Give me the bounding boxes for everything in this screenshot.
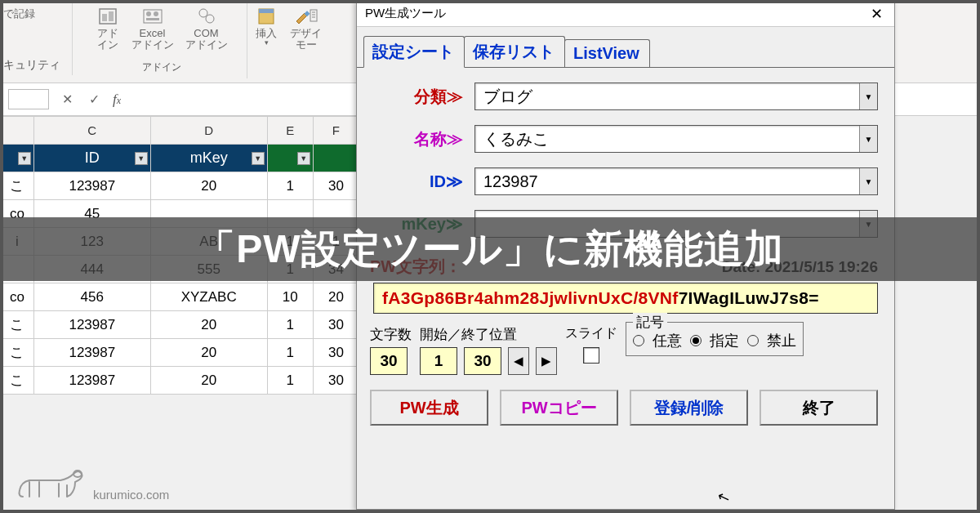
enter-icon[interactable]: ✓ (86, 91, 103, 107)
pw-output-field[interactable]: fA3Gp86Br4ahm28JjwlivnUxC/8VNf7IWagILuwJ… (373, 283, 878, 314)
pos-label: 開始／終了位置 (420, 325, 517, 344)
id-label: ID≫ (396, 172, 463, 191)
name-box[interactable] (8, 89, 49, 109)
register-delete-button[interactable]: 登録/削除 (630, 390, 748, 426)
radio-forbid[interactable] (747, 335, 759, 346)
name-label: 名称≫ (396, 128, 463, 150)
category-combo[interactable]: ブログ ▼ (474, 83, 878, 110)
col-header[interactable]: F (313, 117, 359, 145)
exit-button[interactable]: 終了 (760, 390, 878, 426)
excel-addin-icon (140, 5, 165, 28)
ribbon-security-label: キュリティ (3, 58, 60, 77)
category-label: 分類≫ (396, 86, 463, 108)
svg-rect-3 (144, 10, 162, 23)
end-input[interactable]: 30 (464, 347, 501, 375)
chevron-down-icon[interactable]: ▼ (859, 126, 877, 152)
length-label: 文字数 (370, 325, 412, 344)
table-row: こ12398720130 (1, 172, 359, 200)
close-icon[interactable]: ✕ (866, 5, 888, 23)
insert-icon (254, 5, 278, 28)
svg-point-4 (146, 11, 151, 16)
dog-icon (15, 466, 87, 502)
svg-rect-1 (102, 14, 107, 21)
tab-listview[interactable]: ListView (564, 39, 650, 67)
col-header[interactable]: D (150, 117, 267, 145)
filter-arrow-icon[interactable]: ▼ (252, 152, 265, 165)
filter-arrow-icon[interactable]: ▼ (18, 152, 31, 165)
filter-arrow-icon[interactable]: ▼ (135, 152, 148, 165)
watermark: kurumico.com (15, 466, 169, 502)
overlay-banner: 「PW設定ツール」に新機能追加 (0, 217, 980, 281)
symbol-legend: 記号 (633, 313, 667, 332)
id-combo[interactable]: 123987 ▼ (474, 167, 878, 195)
ribbon-record-label: で記録 (3, 2, 35, 21)
svg-point-7 (199, 9, 207, 17)
table-row: こ12398720130 (1, 367, 359, 395)
table-header-id[interactable]: ID▼ (33, 145, 150, 172)
insert-button[interactable]: 挿入 ▾ (251, 5, 282, 50)
table-row: co456XYZABC1020 (1, 283, 359, 311)
cancel-icon[interactable]: ✕ (59, 91, 76, 107)
col-header[interactable]: E (267, 117, 313, 145)
slide-label: スライド (565, 325, 617, 342)
table-header-cell[interactable] (313, 145, 359, 172)
table-row: こ12398720130 (1, 311, 359, 339)
copy-button[interactable]: PWコピー (500, 390, 618, 426)
tab-save-list[interactable]: 保存リスト (464, 36, 565, 67)
generate-button[interactable]: PW生成 (370, 390, 488, 426)
tab-settings-sheet[interactable]: 設定シート (363, 36, 465, 68)
dialog-tabs: 設定シート 保存リスト ListView (357, 27, 894, 68)
table-header-mkey[interactable]: mKey▼ (150, 145, 267, 172)
radio-any[interactable] (633, 335, 644, 346)
design-mode-icon (294, 5, 318, 28)
svg-point-5 (154, 11, 158, 16)
design-mode-button[interactable]: デザイ モー (287, 5, 325, 50)
com-addin-icon (194, 5, 219, 28)
excel-addin-button[interactable]: Excel アドイン (128, 5, 177, 50)
name-combo[interactable]: くるみこ ▼ (474, 125, 878, 153)
table-header-cell[interactable]: ▼ (1, 145, 34, 172)
table-header-cell[interactable]: ▼ (267, 145, 313, 172)
svg-rect-12 (310, 10, 317, 21)
next-button[interactable]: ▶ (536, 347, 557, 375)
addin-button[interactable]: アド イン (92, 5, 123, 50)
length-input[interactable]: 30 (370, 347, 408, 375)
svg-rect-6 (146, 18, 159, 20)
watermark-text: kurumico.com (93, 488, 169, 502)
svg-point-8 (206, 15, 214, 23)
filter-arrow-icon[interactable]: ▼ (297, 152, 310, 165)
addin-icon (96, 5, 120, 28)
chevron-down-icon[interactable]: ▼ (859, 83, 877, 109)
svg-rect-2 (109, 11, 114, 21)
dialog-title: PW生成ツール (365, 6, 446, 21)
table-row: こ12398720130 (1, 339, 359, 367)
dialog-titlebar[interactable]: PW生成ツール ✕ (357, 1, 894, 27)
radio-spec[interactable] (690, 335, 702, 346)
com-addin-button[interactable]: COM アドイン (182, 5, 231, 50)
fx-icon[interactable]: fx (113, 91, 121, 108)
ribbon-addin-group-label: アドイン (142, 60, 181, 77)
chevron-down-icon[interactable]: ▼ (859, 168, 877, 194)
svg-rect-10 (259, 9, 274, 13)
start-input[interactable]: 1 (420, 347, 457, 375)
slide-checkbox[interactable] (583, 347, 599, 364)
col-header[interactable]: C (33, 117, 150, 145)
prev-button[interactable]: ◀ (508, 347, 529, 375)
symbol-group: 記号 任意 指定 禁止 (626, 322, 804, 356)
